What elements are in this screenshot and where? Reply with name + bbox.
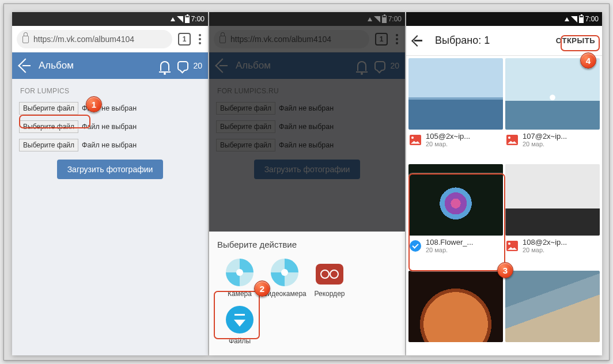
- tile-name: 108@2x~ip...: [523, 238, 567, 247]
- tile-date: 20 мар.: [523, 247, 567, 253]
- sheet-row-2: Файлы: [217, 306, 397, 345]
- tile-name: 105@2x~ip...: [426, 132, 470, 141]
- vk-header: Альбом 20: [12, 52, 208, 79]
- callout-number-2: 2: [254, 280, 270, 297]
- download-icon: [226, 306, 253, 333]
- battery-icon: [185, 16, 190, 23]
- image-icon: [506, 241, 518, 251]
- back-icon[interactable]: [413, 37, 426, 45]
- recorder-icon: [316, 259, 343, 286]
- app-files[interactable]: Файлы: [217, 306, 262, 345]
- url-box[interactable]: https://m.vk.com/album4104: [17, 30, 172, 48]
- battery-icon: [579, 16, 584, 23]
- stage: 7:00 https://m.vk.com/album4104 1 Альбом…: [3, 3, 610, 361]
- bell-icon[interactable]: [160, 61, 169, 71]
- lock-icon: [22, 36, 29, 43]
- vk-title: Альбом: [39, 60, 152, 71]
- callout-number-1: 1: [86, 96, 102, 112]
- section-label: FOR LUMPICS: [20, 87, 200, 95]
- callout-number-4: 4: [580, 52, 596, 69]
- choose-file-button-1[interactable]: Выберите файл: [19, 102, 78, 115]
- thumbnail: [408, 58, 503, 130]
- picker-header: Выбрано: 1 ОТКРЫТЬ: [406, 26, 602, 56]
- phone-screen-1: 7:00 https://m.vk.com/album4104 1 Альбом…: [12, 12, 208, 355]
- image-tile-2[interactable]: 107@2x~ip...20 мар.: [505, 58, 600, 162]
- back-icon[interactable]: [18, 60, 31, 71]
- tile-name: 107@2x~ip...: [523, 132, 567, 141]
- browser-url-bar: https://m.vk.com/album4104 1: [12, 26, 208, 52]
- file-row-1: Выберите файл Файл не выбран: [19, 102, 201, 115]
- image-tile-3-selected[interactable]: 108.Flower_...20 мар.: [408, 164, 503, 268]
- messages-count: 20: [193, 61, 202, 70]
- signal-icon: [571, 16, 577, 22]
- thumbnail: [505, 164, 600, 236]
- image-tile-1[interactable]: 105@2x~ip...20 мар.: [408, 58, 503, 162]
- tile-name: 108.Flower_...: [426, 238, 473, 247]
- thumbnail: [505, 58, 600, 130]
- status-bar: 7:00: [406, 12, 602, 26]
- network-icon: [565, 17, 569, 21]
- messages-icon[interactable]: [177, 61, 188, 71]
- open-button[interactable]: ОТКРЫТЬ: [556, 36, 595, 45]
- upload-photos-button[interactable]: Загрузить фотографии: [57, 160, 164, 179]
- file-status-3: Файл не выбран: [82, 141, 137, 149]
- thumbnail: [505, 271, 600, 342]
- choose-file-button-3[interactable]: Выберите файл: [19, 139, 78, 151]
- file-status-2: Файл не выбран: [82, 123, 137, 131]
- image-grid: 105@2x~ip...20 мар. 107@2x~ip...20 мар. …: [406, 56, 602, 355]
- tile-date: 20 мар.: [426, 247, 473, 253]
- image-tile-5[interactable]: [408, 271, 503, 353]
- image-icon: [410, 135, 421, 145]
- status-bar: 7:00: [12, 12, 208, 26]
- phone-screen-3: 7:00 Выбрано: 1 ОТКРЫТЬ 105@2x~ip...20 м…: [406, 12, 602, 355]
- videocamera-icon: [271, 259, 298, 286]
- file-row-3: Выберите файл Файл не выбран: [19, 139, 201, 151]
- url-text: https://m.vk.com/album4104: [33, 35, 134, 44]
- image-tile-6[interactable]: [505, 271, 600, 353]
- sheet-row-1: Камера Видеокамера Рекордер: [217, 259, 397, 298]
- page-content: FOR LUMPICS Выберите файл Файл не выбран…: [12, 79, 208, 355]
- network-icon: [171, 17, 175, 21]
- choose-file-button-2[interactable]: Выберите файл: [19, 120, 78, 133]
- signal-icon: [177, 16, 183, 22]
- thumbnail: [408, 164, 503, 236]
- image-icon: [506, 135, 518, 145]
- thumbnail: [408, 271, 503, 342]
- action-sheet: Выберите действие Камера Видеокамера Рек…: [209, 232, 405, 355]
- phone-screen-2: 7:00 https://m.vk.com/album4104 1 Альбом…: [209, 12, 405, 355]
- tile-date: 20 мар.: [426, 141, 470, 147]
- checkmark-icon: [410, 240, 421, 252]
- status-time: 7:00: [191, 15, 205, 23]
- app-label: Файлы: [217, 337, 262, 345]
- status-time: 7:00: [585, 15, 599, 23]
- tab-count[interactable]: 1: [178, 33, 191, 46]
- file-row-2: Выберите файл Файл не выбран: [19, 120, 201, 133]
- menu-icon[interactable]: [196, 34, 203, 44]
- camera-icon: [226, 259, 253, 286]
- app-label: Рекордер: [307, 290, 352, 298]
- tile-date: 20 мар.: [523, 141, 567, 147]
- sheet-title: Выберите действие: [217, 240, 397, 249]
- callout-number-3: 3: [497, 262, 513, 278]
- image-tile-4[interactable]: 108@2x~ip...20 мар.: [505, 164, 600, 268]
- app-recorder[interactable]: Рекордер: [307, 259, 352, 298]
- picker-title: Выбрано: 1: [435, 35, 547, 47]
